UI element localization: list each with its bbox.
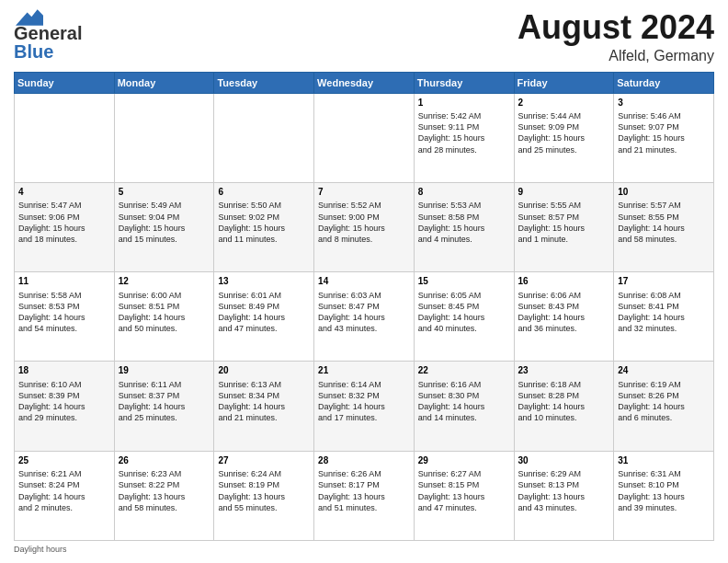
day-number: 5 <box>119 186 210 199</box>
day-info: Sunrise: 6:03 AM Sunset: 8:47 PM Dayligh… <box>318 290 410 335</box>
calendar-cell: 23Sunrise: 6:18 AM Sunset: 8:28 PM Dayli… <box>514 362 614 451</box>
day-number: 15 <box>418 275 510 288</box>
day-info: Sunrise: 6:13 AM Sunset: 8:34 PM Dayligh… <box>218 379 310 424</box>
day-number: 14 <box>318 275 410 288</box>
calendar-cell: 2Sunrise: 5:44 AM Sunset: 9:09 PM Daylig… <box>514 93 614 182</box>
day-number: 23 <box>518 364 610 377</box>
calendar-cell: 13Sunrise: 6:01 AM Sunset: 8:49 PM Dayli… <box>214 272 314 362</box>
calendar-cell: 4Sunrise: 5:47 AM Sunset: 9:06 PM Daylig… <box>15 182 115 271</box>
weekday-header-row: SundayMondayTuesdayWednesdayThursdayFrid… <box>15 72 714 93</box>
day-info: Sunrise: 6:08 AM Sunset: 8:41 PM Dayligh… <box>618 290 710 335</box>
day-info: Sunrise: 6:19 AM Sunset: 8:26 PM Dayligh… <box>618 379 710 424</box>
day-info: Sunrise: 6:06 AM Sunset: 8:43 PM Dayligh… <box>518 290 610 335</box>
day-info: Sunrise: 6:11 AM Sunset: 8:37 PM Dayligh… <box>119 379 210 424</box>
calendar-cell: 29Sunrise: 6:27 AM Sunset: 8:15 PM Dayli… <box>414 451 514 540</box>
day-number: 4 <box>18 186 110 199</box>
day-number: 19 <box>119 364 210 377</box>
day-number: 2 <box>518 97 610 109</box>
day-info: Sunrise: 6:26 AM Sunset: 8:17 PM Dayligh… <box>318 468 410 513</box>
calendar-cell: 11Sunrise: 5:58 AM Sunset: 8:53 PM Dayli… <box>15 272 115 362</box>
calendar-cell <box>15 93 115 182</box>
day-info: Sunrise: 5:55 AM Sunset: 8:57 PM Dayligh… <box>518 200 610 245</box>
day-number: 20 <box>218 364 310 377</box>
calendar-cell: 5Sunrise: 5:49 AM Sunset: 9:04 PM Daylig… <box>114 182 214 271</box>
calendar-cell: 20Sunrise: 6:13 AM Sunset: 8:34 PM Dayli… <box>214 362 314 451</box>
day-number: 6 <box>218 186 310 199</box>
calendar-cell: 30Sunrise: 6:29 AM Sunset: 8:13 PM Dayli… <box>514 451 614 540</box>
calendar-cell <box>214 93 314 182</box>
day-info: Sunrise: 6:27 AM Sunset: 8:15 PM Dayligh… <box>418 468 510 513</box>
weekday-header-sunday: Sunday <box>15 72 115 93</box>
day-number: 27 <box>218 454 310 467</box>
day-number: 11 <box>18 275 110 288</box>
day-number: 25 <box>18 454 110 467</box>
day-number: 18 <box>18 364 110 377</box>
day-info: Sunrise: 6:05 AM Sunset: 8:45 PM Dayligh… <box>418 290 510 335</box>
day-info: Sunrise: 6:18 AM Sunset: 8:28 PM Dayligh… <box>518 379 610 424</box>
day-number: 24 <box>618 364 710 377</box>
day-info: Sunrise: 5:44 AM Sunset: 9:09 PM Dayligh… <box>518 110 610 155</box>
logo-blue: Blue <box>14 41 53 62</box>
calendar-cell: 27Sunrise: 6:24 AM Sunset: 8:19 PM Dayli… <box>214 451 314 540</box>
calendar-cell: 14Sunrise: 6:03 AM Sunset: 8:47 PM Dayli… <box>314 272 415 362</box>
day-info: Sunrise: 5:58 AM Sunset: 8:53 PM Dayligh… <box>18 290 110 335</box>
day-info: Sunrise: 6:10 AM Sunset: 8:39 PM Dayligh… <box>18 379 110 424</box>
calendar-cell <box>314 93 415 182</box>
calendar-cell <box>114 93 214 182</box>
day-number: 29 <box>418 454 510 467</box>
day-info: Sunrise: 5:46 AM Sunset: 9:07 PM Dayligh… <box>618 110 710 155</box>
calendar-cell: 24Sunrise: 6:19 AM Sunset: 8:26 PM Dayli… <box>614 362 714 451</box>
day-info: Sunrise: 5:52 AM Sunset: 9:00 PM Dayligh… <box>318 200 410 245</box>
logo-general: General <box>14 23 82 43</box>
day-number: 21 <box>318 364 410 377</box>
day-number: 1 <box>418 97 510 109</box>
weekday-header-monday: Monday <box>114 72 214 93</box>
calendar-week-4: 18Sunrise: 6:10 AM Sunset: 8:39 PM Dayli… <box>15 362 714 451</box>
calendar-cell: 8Sunrise: 5:53 AM Sunset: 8:58 PM Daylig… <box>414 182 514 271</box>
title-block: August 2024 Alfeld, Germany <box>518 9 714 64</box>
day-info: Sunrise: 6:29 AM Sunset: 8:13 PM Dayligh… <box>518 468 610 513</box>
calendar-body: 1Sunrise: 5:42 AM Sunset: 9:11 PM Daylig… <box>15 93 714 540</box>
calendar-week-2: 4Sunrise: 5:47 AM Sunset: 9:06 PM Daylig… <box>15 182 714 271</box>
day-info: Sunrise: 6:21 AM Sunset: 8:24 PM Dayligh… <box>18 468 110 513</box>
month-title: August 2024 <box>518 9 714 46</box>
day-info: Sunrise: 5:50 AM Sunset: 9:02 PM Dayligh… <box>218 200 310 245</box>
day-info: Sunrise: 6:14 AM Sunset: 8:32 PM Dayligh… <box>318 379 410 424</box>
weekday-header-thursday: Thursday <box>414 72 514 93</box>
day-number: 30 <box>518 454 610 467</box>
weekday-header-wednesday: Wednesday <box>314 72 415 93</box>
calendar-cell: 3Sunrise: 5:46 AM Sunset: 9:07 PM Daylig… <box>614 93 714 182</box>
calendar-cell: 16Sunrise: 6:06 AM Sunset: 8:43 PM Dayli… <box>514 272 614 362</box>
day-info: Sunrise: 6:16 AM Sunset: 8:30 PM Dayligh… <box>418 379 510 424</box>
weekday-header-saturday: Saturday <box>614 72 714 93</box>
footer-text: Daylight hours <box>14 545 67 554</box>
calendar-week-1: 1Sunrise: 5:42 AM Sunset: 9:11 PM Daylig… <box>15 93 714 182</box>
calendar-week-3: 11Sunrise: 5:58 AM Sunset: 8:53 PM Dayli… <box>15 272 714 362</box>
calendar-week-5: 25Sunrise: 6:21 AM Sunset: 8:24 PM Dayli… <box>15 451 714 540</box>
day-number: 31 <box>618 454 710 467</box>
weekday-header-tuesday: Tuesday <box>214 72 314 93</box>
day-info: Sunrise: 5:49 AM Sunset: 9:04 PM Dayligh… <box>119 200 210 245</box>
day-info: Sunrise: 5:42 AM Sunset: 9:11 PM Dayligh… <box>418 110 510 155</box>
day-info: Sunrise: 5:47 AM Sunset: 9:06 PM Dayligh… <box>18 200 110 245</box>
calendar-cell: 22Sunrise: 6:16 AM Sunset: 8:30 PM Dayli… <box>414 362 514 451</box>
day-info: Sunrise: 6:24 AM Sunset: 8:19 PM Dayligh… <box>218 468 310 513</box>
header: General Blue August 2024 Alfeld, Germany <box>14 9 714 64</box>
day-number: 16 <box>518 275 610 288</box>
calendar-cell: 25Sunrise: 6:21 AM Sunset: 8:24 PM Dayli… <box>15 451 115 540</box>
day-number: 9 <box>518 186 610 199</box>
calendar-cell: 19Sunrise: 6:11 AM Sunset: 8:37 PM Dayli… <box>114 362 214 451</box>
calendar-table: SundayMondayTuesdayWednesdayThursdayFrid… <box>14 72 714 541</box>
calendar-cell: 1Sunrise: 5:42 AM Sunset: 9:11 PM Daylig… <box>414 93 514 182</box>
day-number: 7 <box>318 186 410 199</box>
day-number: 3 <box>618 97 710 109</box>
day-number: 10 <box>618 186 710 199</box>
calendar-cell: 26Sunrise: 6:23 AM Sunset: 8:22 PM Dayli… <box>114 451 214 540</box>
calendar-cell: 9Sunrise: 5:55 AM Sunset: 8:57 PM Daylig… <box>514 182 614 271</box>
calendar-cell: 31Sunrise: 6:31 AM Sunset: 8:10 PM Dayli… <box>614 451 714 540</box>
calendar-cell: 17Sunrise: 6:08 AM Sunset: 8:41 PM Dayli… <box>614 272 714 362</box>
day-number: 17 <box>618 275 710 288</box>
calendar-cell: 18Sunrise: 6:10 AM Sunset: 8:39 PM Dayli… <box>15 362 115 451</box>
page: General Blue August 2024 Alfeld, Germany… <box>0 0 728 563</box>
calendar-cell: 12Sunrise: 6:00 AM Sunset: 8:51 PM Dayli… <box>114 272 214 362</box>
